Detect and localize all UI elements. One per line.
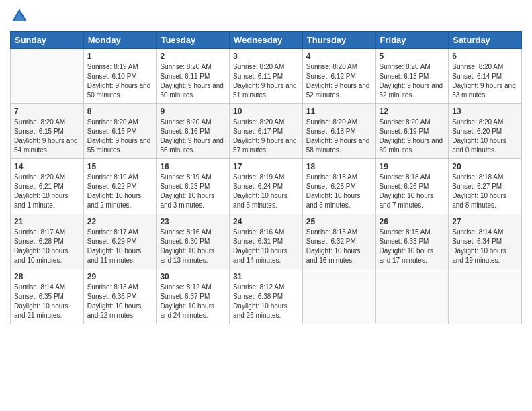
week-row-2: 7Sunrise: 8:20 AMSunset: 6:15 PMDaylight… <box>11 104 522 159</box>
day-info: Sunrise: 8:20 AMSunset: 6:15 PMDaylight:… <box>87 118 153 155</box>
calendar-cell: 15Sunrise: 8:19 AMSunset: 6:22 PMDayligh… <box>83 159 157 214</box>
calendar-cell: 11Sunrise: 8:20 AMSunset: 6:18 PMDayligh… <box>302 104 375 159</box>
day-info: Sunrise: 8:20 AMSunset: 6:17 PMDaylight:… <box>233 118 299 155</box>
weekday-tuesday: Tuesday <box>157 32 230 49</box>
calendar-cell: 22Sunrise: 8:17 AMSunset: 6:29 PMDayligh… <box>83 214 157 269</box>
day-number: 2 <box>160 52 226 61</box>
calendar-cell: 12Sunrise: 8:20 AMSunset: 6:19 PMDayligh… <box>375 104 449 159</box>
week-row-4: 21Sunrise: 8:17 AMSunset: 6:28 PMDayligh… <box>11 214 522 269</box>
day-info: Sunrise: 8:20 AMSunset: 6:15 PMDaylight:… <box>14 118 80 155</box>
day-number: 15 <box>87 162 153 171</box>
day-info: Sunrise: 8:17 AMSunset: 6:29 PMDaylight:… <box>87 228 153 265</box>
calendar-cell <box>449 269 522 324</box>
day-info: Sunrise: 8:15 AMSunset: 6:33 PMDaylight:… <box>380 228 445 265</box>
day-number: 7 <box>14 107 80 116</box>
day-info: Sunrise: 8:15 AMSunset: 6:32 PMDaylight:… <box>306 228 372 265</box>
day-number: 16 <box>160 162 226 171</box>
day-number: 9 <box>160 107 226 116</box>
day-number: 19 <box>380 162 445 171</box>
week-row-5: 28Sunrise: 8:14 AMSunset: 6:35 PMDayligh… <box>11 269 522 324</box>
calendar-cell: 5Sunrise: 8:20 AMSunset: 6:13 PMDaylight… <box>375 49 449 104</box>
calendar-cell: 23Sunrise: 8:16 AMSunset: 6:30 PMDayligh… <box>157 214 230 269</box>
day-number: 1 <box>87 52 153 61</box>
day-number: 8 <box>87 107 153 116</box>
calendar-cell: 10Sunrise: 8:20 AMSunset: 6:17 PMDayligh… <box>230 104 303 159</box>
day-number: 25 <box>306 217 372 226</box>
calendar-cell: 13Sunrise: 8:20 AMSunset: 6:20 PMDayligh… <box>449 104 522 159</box>
day-info: Sunrise: 8:12 AMSunset: 6:37 PMDaylight:… <box>160 283 226 320</box>
logo-icon <box>10 7 29 26</box>
day-info: Sunrise: 8:12 AMSunset: 6:38 PMDaylight:… <box>233 283 299 320</box>
calendar-cell: 6Sunrise: 8:20 AMSunset: 6:14 PMDaylight… <box>449 49 522 104</box>
day-info: Sunrise: 8:18 AMSunset: 6:25 PMDaylight:… <box>306 173 372 210</box>
day-info: Sunrise: 8:14 AMSunset: 6:35 PMDaylight:… <box>14 283 80 320</box>
calendar-cell: 20Sunrise: 8:18 AMSunset: 6:27 PMDayligh… <box>449 159 522 214</box>
day-info: Sunrise: 8:20 AMSunset: 6:13 PMDaylight:… <box>380 62 445 100</box>
calendar-cell: 28Sunrise: 8:14 AMSunset: 6:35 PMDayligh… <box>11 269 84 324</box>
weekday-saturday: Saturday <box>449 32 522 49</box>
calendar-cell <box>375 269 449 324</box>
calendar-cell: 19Sunrise: 8:18 AMSunset: 6:26 PMDayligh… <box>375 159 449 214</box>
day-number: 10 <box>233 107 299 116</box>
weekday-friday: Friday <box>375 32 449 49</box>
day-info: Sunrise: 8:19 AMSunset: 6:23 PMDaylight:… <box>160 173 226 210</box>
day-info: Sunrise: 8:20 AMSunset: 6:16 PMDaylight:… <box>160 118 226 155</box>
day-info: Sunrise: 8:18 AMSunset: 6:26 PMDaylight:… <box>380 173 445 210</box>
calendar-cell: 3Sunrise: 8:20 AMSunset: 6:11 PMDaylight… <box>230 49 303 104</box>
day-info: Sunrise: 8:20 AMSunset: 6:11 PMDaylight:… <box>160 62 226 100</box>
weekday-header-row: SundayMondayTuesdayWednesdayThursdayFrid… <box>11 32 522 49</box>
weekday-wednesday: Wednesday <box>230 32 303 49</box>
calendar-cell: 26Sunrise: 8:15 AMSunset: 6:33 PMDayligh… <box>375 214 449 269</box>
day-info: Sunrise: 8:20 AMSunset: 6:21 PMDaylight:… <box>14 173 80 210</box>
weekday-monday: Monday <box>83 32 157 49</box>
day-number: 22 <box>87 217 153 226</box>
day-number: 30 <box>160 272 226 281</box>
weekday-thursday: Thursday <box>302 32 375 49</box>
weekday-sunday: Sunday <box>11 32 84 49</box>
logo <box>10 7 30 26</box>
calendar-cell: 25Sunrise: 8:15 AMSunset: 6:32 PMDayligh… <box>302 214 375 269</box>
day-info: Sunrise: 8:20 AMSunset: 6:18 PMDaylight:… <box>306 118 372 155</box>
day-info: Sunrise: 8:16 AMSunset: 6:31 PMDaylight:… <box>233 228 299 265</box>
day-info: Sunrise: 8:20 AMSunset: 6:14 PMDaylight:… <box>452 62 518 100</box>
day-number: 21 <box>14 217 80 226</box>
day-info: Sunrise: 8:19 AMSunset: 6:24 PMDaylight:… <box>233 173 299 210</box>
calendar-cell: 30Sunrise: 8:12 AMSunset: 6:37 PMDayligh… <box>157 269 230 324</box>
calendar-cell: 21Sunrise: 8:17 AMSunset: 6:28 PMDayligh… <box>11 214 84 269</box>
calendar-cell: 1Sunrise: 8:19 AMSunset: 6:10 PMDaylight… <box>83 49 157 104</box>
day-number: 13 <box>452 107 518 116</box>
calendar-cell: 17Sunrise: 8:19 AMSunset: 6:24 PMDayligh… <box>230 159 303 214</box>
day-info: Sunrise: 8:16 AMSunset: 6:30 PMDaylight:… <box>160 228 226 265</box>
day-number: 29 <box>87 272 153 281</box>
day-number: 26 <box>380 217 445 226</box>
day-info: Sunrise: 8:20 AMSunset: 6:12 PMDaylight:… <box>306 62 372 100</box>
day-number: 20 <box>452 162 518 171</box>
calendar-cell: 2Sunrise: 8:20 AMSunset: 6:11 PMDaylight… <box>157 49 230 104</box>
calendar-cell <box>11 49 84 104</box>
calendar-cell: 14Sunrise: 8:20 AMSunset: 6:21 PMDayligh… <box>11 159 84 214</box>
calendar-table: SundayMondayTuesdayWednesdayThursdayFrid… <box>10 31 522 324</box>
calendar-cell: 8Sunrise: 8:20 AMSunset: 6:15 PMDaylight… <box>83 104 157 159</box>
calendar-cell: 24Sunrise: 8:16 AMSunset: 6:31 PMDayligh… <box>230 214 303 269</box>
day-info: Sunrise: 8:20 AMSunset: 6:11 PMDaylight:… <box>233 62 299 100</box>
day-number: 3 <box>233 52 299 61</box>
day-number: 6 <box>452 52 518 61</box>
calendar-cell: 4Sunrise: 8:20 AMSunset: 6:12 PMDaylight… <box>302 49 375 104</box>
day-info: Sunrise: 8:20 AMSunset: 6:20 PMDaylight:… <box>452 118 518 155</box>
day-number: 27 <box>452 217 518 226</box>
calendar-cell: 27Sunrise: 8:14 AMSunset: 6:34 PMDayligh… <box>449 214 522 269</box>
day-info: Sunrise: 8:14 AMSunset: 6:34 PMDaylight:… <box>452 228 518 265</box>
week-row-1: 1Sunrise: 8:19 AMSunset: 6:10 PMDaylight… <box>11 49 522 104</box>
day-number: 24 <box>233 217 299 226</box>
day-number: 5 <box>380 52 445 61</box>
day-number: 18 <box>306 162 372 171</box>
day-number: 17 <box>233 162 299 171</box>
day-info: Sunrise: 8:20 AMSunset: 6:19 PMDaylight:… <box>380 118 445 155</box>
day-number: 31 <box>233 272 299 281</box>
calendar-cell <box>302 269 375 324</box>
calendar-cell: 31Sunrise: 8:12 AMSunset: 6:38 PMDayligh… <box>230 269 303 324</box>
calendar-cell: 16Sunrise: 8:19 AMSunset: 6:23 PMDayligh… <box>157 159 230 214</box>
calendar-cell: 18Sunrise: 8:18 AMSunset: 6:25 PMDayligh… <box>302 159 375 214</box>
day-info: Sunrise: 8:13 AMSunset: 6:36 PMDaylight:… <box>87 283 153 320</box>
header <box>10 7 522 26</box>
